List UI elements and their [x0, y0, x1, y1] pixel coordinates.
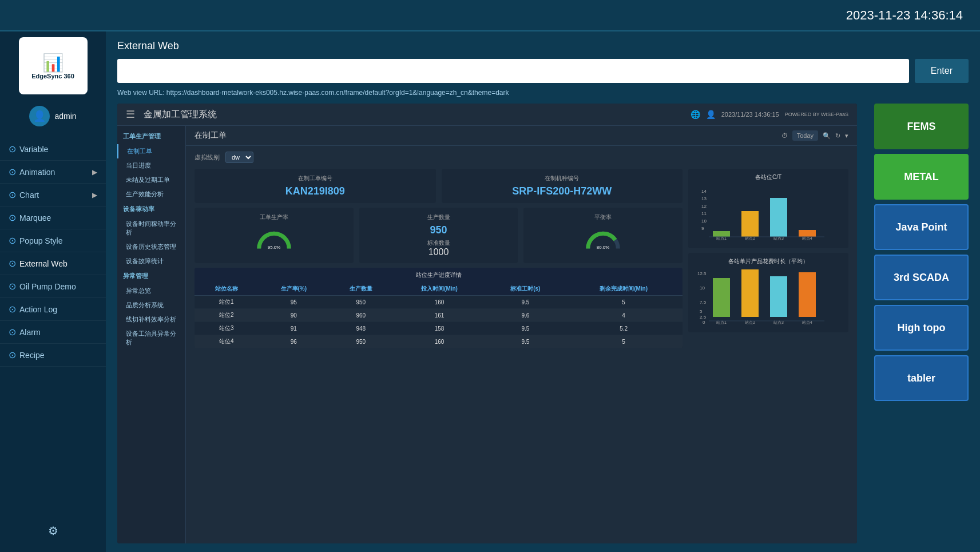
- topbar-datetime: 2023-11-23 14:36:14: [846, 8, 963, 23]
- db-main-header: 在制工单 ⏱ Today 🔍 ↻ ▾: [186, 126, 857, 146]
- svg-text:80.0%: 80.0%: [597, 245, 609, 250]
- db-nav-item-cut[interactable]: 线切补料效率分析: [117, 312, 185, 327]
- balance-gauge: 80.0%: [583, 224, 623, 253]
- kpi-machine-label: 在制机种编号: [447, 174, 677, 182]
- more-icon[interactable]: ▾: [845, 132, 848, 140]
- svg-rect-10: [741, 211, 759, 237]
- nav-menu: ⊙Variable ⊙Animation ▶ ⊙Chart ▶ ⊙Marquee…: [0, 138, 106, 367]
- db-nav-item-quality[interactable]: 品质分析系统: [117, 298, 185, 312]
- sidebar-item-recipe[interactable]: ⊙Recipe: [0, 344, 106, 367]
- user-area: 👤 admin: [23, 103, 82, 129]
- db-nav-item-fault[interactable]: 设备故障统计: [117, 254, 185, 268]
- sidebar-item-external-web[interactable]: ⊙External Web: [0, 252, 106, 275]
- svg-rect-25: [741, 269, 759, 317]
- svg-text:0: 0: [703, 320, 705, 325]
- virtual-select[interactable]: dw: [225, 152, 253, 163]
- sidebar-item-oil-pump[interactable]: ⊙Oil Pump Demo: [0, 275, 106, 298]
- db-section-title: 在制工单: [195, 130, 227, 141]
- tabler-button[interactable]: tabler: [874, 355, 969, 401]
- db-nav-item-exception-overview[interactable]: 异常总览: [117, 284, 185, 298]
- search-icon[interactable]: 🔍: [823, 132, 831, 140]
- java-point-button[interactable]: Java Point: [874, 204, 969, 250]
- kpi-production: 生产数量 950 标准数量 1000: [359, 208, 518, 263]
- sidebar-item-popup-style[interactable]: ⊙Popup Style: [0, 229, 106, 252]
- sidebar: 📊 EdgeSync 360 👤 admin ⊙Variable ⊙Animat…: [0, 31, 106, 552]
- svg-text:9: 9: [701, 226, 704, 231]
- sidebar-item-animation[interactable]: ⊙Animation ▶: [0, 161, 106, 184]
- db-main: 在制工单 ⏱ Today 🔍 ↻ ▾: [186, 126, 857, 543]
- svg-rect-27: [770, 276, 787, 317]
- virtual-row: 虚拟线别 dw: [195, 152, 848, 163]
- logo-text: EdgeSync 360: [31, 73, 74, 80]
- col-header-name: 站位名称: [195, 283, 259, 296]
- metal-button[interactable]: METAL: [874, 154, 969, 200]
- col-header-input-time: 投入时间(Min): [393, 283, 486, 296]
- refresh-icon[interactable]: ↻: [835, 132, 840, 140]
- high-topo-button[interactable]: High topo: [874, 305, 969, 351]
- svg-text:11: 11: [701, 211, 707, 216]
- db-time: 2023/11/23 14:36:15: [721, 111, 779, 118]
- db-title: 金属加工管理系统: [144, 109, 217, 121]
- sidebar-item-alarm[interactable]: ⊙Alarm: [0, 321, 106, 344]
- db-user-icon[interactable]: 👤: [706, 110, 716, 119]
- virtual-label: 虚拟线别: [195, 153, 220, 162]
- col-header-remain: 剩余完成时间(Min): [565, 283, 683, 296]
- sidebar-item-variable[interactable]: ⊙Variable: [0, 138, 106, 161]
- logo-area: 📊 EdgeSync 360: [19, 37, 88, 94]
- sidebar-item-marquee[interactable]: ⊙Marquee: [0, 206, 106, 229]
- efficiency-gauge: 95.0%: [254, 224, 294, 253]
- db-nav-section-exception: 异常管理: [117, 268, 185, 284]
- table-row: 站位1959501609.55: [195, 296, 683, 309]
- logo-icon: 📊: [42, 53, 64, 73]
- today-button[interactable]: Today: [792, 130, 818, 141]
- svg-rect-23: [713, 278, 730, 317]
- db-nav-item-efficiency[interactable]: 生产效能分析: [117, 187, 185, 201]
- svg-text:7.5: 7.5: [700, 300, 707, 305]
- kpi-row-2: 工单生产率 95.0%: [195, 208, 683, 263]
- db-content: 虚拟线别 dw: [186, 146, 857, 354]
- chart-avg-title: 各站单片产品花费时长（平均）: [693, 257, 844, 265]
- url-bar-row: Enter: [117, 59, 969, 83]
- chart-ct-svg: 14 13 12 11 10 9: [693, 184, 842, 241]
- chart-ct: 各站位C/T 14 13 12 11 10 9: [688, 169, 848, 248]
- station-table: 站位生产进度详情 站位名称 生产率(%) 生产数量 投: [195, 268, 683, 348]
- kpi-row: 在制工单编号 KAN219I809 在制机种编号 SRP-IFS200-H72W…: [195, 169, 683, 203]
- topbar: 2023-11-23 14:36:14: [0, 0, 980, 31]
- db-content-inner: 在制工单编号 KAN219I809 在制机种编号 SRP-IFS200-H72W…: [195, 169, 848, 348]
- db-globe-icon[interactable]: 🌐: [691, 110, 700, 119]
- kpi-std-label: 标准数量: [365, 239, 513, 247]
- db-nav-section-workorder: 工单生产管理: [117, 129, 185, 144]
- db-content-right: 各站位C/T 14 13 12 11 10 9: [688, 169, 848, 348]
- kpi-balance: 平衡率 80.0%: [523, 208, 683, 263]
- chart-avg: 各站单片产品花费时长（平均） 12.5 10 7.5 5 2.5: [688, 253, 848, 332]
- content-area: External Web Enter Web view URL: https:/…: [106, 31, 980, 552]
- db-sidebar: 工单生产管理 在制工单 当日进度 未结及过期工单 生产效能分析 设备稼动率 设备…: [117, 126, 186, 543]
- svg-rect-12: [770, 198, 787, 237]
- col-header-std-time: 标准工时(s): [486, 283, 565, 296]
- sidebar-item-chart[interactable]: ⊙Chart ▶: [0, 184, 106, 206]
- table-row: 站位3919481589.55.2: [195, 322, 683, 335]
- db-main-controls: ⏱ Today 🔍 ↻ ▾: [781, 130, 848, 141]
- db-nav-item-daily[interactable]: 当日进度: [117, 158, 185, 173]
- fems-button[interactable]: FEMS: [874, 104, 969, 149]
- scada-button[interactable]: 3rd SCADA: [874, 255, 969, 300]
- svg-text:5: 5: [700, 309, 703, 314]
- url-input[interactable]: [117, 59, 909, 83]
- settings-icon[interactable]: ⚙: [39, 515, 67, 546]
- kpi-std-value: 1000: [365, 247, 513, 257]
- db-nav-item-overdue[interactable]: 未结及过期工单: [117, 173, 185, 187]
- kpi-machine-value: SRP-IFS200-H72WW: [447, 185, 677, 197]
- user-name: admin: [54, 112, 76, 121]
- chart-ct-title: 各站位C/T: [693, 173, 844, 181]
- db-nav-item-workorder-active[interactable]: 在制工单: [117, 144, 185, 158]
- db-nav-item-history[interactable]: 设备历史状态管理: [117, 240, 185, 254]
- svg-text:10: 10: [701, 219, 707, 224]
- enter-button[interactable]: Enter: [915, 59, 969, 83]
- db-nav-item-tool[interactable]: 设备工治具异常分析: [117, 327, 185, 350]
- db-menu-icon[interactable]: ☰: [126, 108, 135, 121]
- svg-text:2.5: 2.5: [700, 315, 707, 320]
- main-layout: 📊 EdgeSync 360 👤 admin ⊙Variable ⊙Animat…: [0, 31, 980, 552]
- web-url-info: Web view URL: https://dashboard-metalwor…: [117, 89, 969, 97]
- db-nav-item-oee[interactable]: 设备时间稼动率分析: [117, 217, 185, 240]
- sidebar-item-action-log[interactable]: ⊙Action Log: [0, 298, 106, 321]
